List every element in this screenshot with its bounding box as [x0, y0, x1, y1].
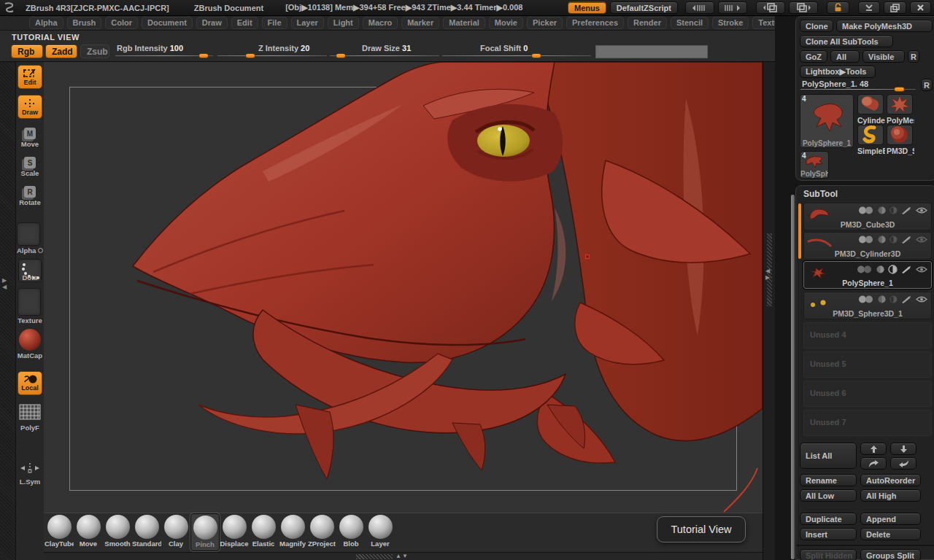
- contrast-icon[interactable]: [888, 265, 898, 274]
- alpha-selector[interactable]: Alpha: [17, 222, 43, 254]
- brush-elastic[interactable]: Elastic: [249, 513, 278, 551]
- quickpick-simplebrush[interactable]: [857, 125, 884, 145]
- menu-document[interactable]: Document: [142, 17, 193, 29]
- menu-layer[interactable]: Layer: [291, 17, 324, 29]
- stroke-selector[interactable]: Dots: [18, 259, 42, 282]
- tray-expand-arrows-icon[interactable]: ▶◀: [2, 277, 7, 290]
- subtool-slot-unused-5[interactable]: Unused 5: [803, 351, 932, 378]
- draw-size-slider[interactable]: Draw Size 31: [330, 44, 439, 58]
- all-high-button[interactable]: All High: [860, 489, 921, 502]
- paintbrush-icon[interactable]: [901, 236, 912, 244]
- quickpick-cylinder[interactable]: [857, 94, 884, 114]
- make-polymesh3d-button[interactable]: Make PolyMesh3D: [836, 20, 933, 32]
- all-low-button[interactable]: All Low: [800, 489, 857, 502]
- subtool-slot-unused-6[interactable]: Unused 6: [803, 381, 932, 407]
- bottom-scroll-strip[interactable]: ▲▼: [44, 552, 763, 560]
- sculpt-canvas[interactable]: [44, 62, 763, 513]
- menu-stroke[interactable]: Stroke: [712, 17, 749, 29]
- brush-layer[interactable]: Layer: [366, 513, 395, 551]
- matcap-selector[interactable]: MatCap: [18, 329, 42, 359]
- clone-button[interactable]: Clone: [800, 20, 833, 32]
- edit-button[interactable]: Edit: [18, 65, 42, 89]
- move-palette-right-icon[interactable]: [789, 1, 818, 14]
- recent-tool-thumbnail[interactable]: 4 PolySph: [800, 151, 829, 179]
- goz-visible-button[interactable]: Visible: [862, 50, 905, 63]
- brush-displace[interactable]: Displace: [220, 513, 249, 551]
- polypaint-icon[interactable]: [858, 295, 874, 303]
- tray-expand-arrows-icon[interactable]: ◀▶: [765, 268, 770, 281]
- brush-magnify[interactable]: Magnify: [278, 513, 307, 551]
- menu-brush[interactable]: Brush: [67, 17, 102, 29]
- shade-icon[interactable]: [878, 206, 886, 214]
- active-tool-slider[interactable]: PolySphere_1. 48: [800, 79, 916, 91]
- polypaint-icon[interactable]: [857, 265, 873, 273]
- clone-all-subtools-button[interactable]: Clone All SubTools: [800, 35, 893, 47]
- goz-all-button[interactable]: All: [830, 50, 860, 63]
- brush-move[interactable]: Move: [74, 513, 103, 551]
- menu-stencil[interactable]: Stencil: [671, 17, 709, 29]
- right-tray-divider[interactable]: ◀▶: [763, 62, 775, 560]
- contrast-icon[interactable]: [889, 295, 898, 303]
- focal-shift-handle[interactable]: [531, 53, 541, 58]
- menu-macro[interactable]: Macro: [363, 17, 398, 29]
- polypaint-icon[interactable]: [858, 236, 874, 244]
- paintbrush-icon[interactable]: [901, 206, 912, 214]
- default-zscript-button[interactable]: DefaultZScript: [610, 1, 678, 14]
- brush-claytube[interactable]: ClayTube: [45, 513, 74, 551]
- move-up-button[interactable]: [860, 443, 887, 455]
- rgb-button[interactable]: Rgb: [11, 44, 43, 58]
- menu-marker[interactable]: Marker: [401, 17, 439, 29]
- autoreorder-button[interactable]: AutoReorder: [860, 474, 921, 486]
- menu-movie[interactable]: Movie: [489, 17, 523, 29]
- brush-clay[interactable]: Clay: [161, 513, 190, 551]
- contrast-icon[interactable]: [889, 206, 898, 214]
- subtool-row-polysphere-1[interactable]: PolySphere_1: [803, 261, 932, 289]
- tool-palette-scrollbar[interactable]: [791, 195, 795, 559]
- groups-split-button[interactable]: Groups Split: [860, 549, 921, 560]
- quickpick-polymesh[interactable]: [887, 94, 913, 114]
- subtool-slot-unused-4[interactable]: Unused 4: [803, 322, 932, 349]
- menu-color[interactable]: Color: [105, 17, 138, 29]
- brush-smooth[interactable]: Smooth: [103, 513, 132, 551]
- contrast-icon[interactable]: [889, 236, 898, 244]
- zsub-button[interactable]: Zsub: [80, 44, 109, 58]
- focal-shift-slider[interactable]: Focal Shift 0: [442, 44, 591, 58]
- paintbrush-icon[interactable]: [901, 295, 912, 303]
- split-hidden-button[interactable]: Split Hidden: [800, 549, 857, 560]
- menu-file[interactable]: File: [262, 17, 287, 29]
- local-symmetry-button[interactable]: L.Sym: [19, 462, 41, 486]
- shade-icon[interactable]: [878, 236, 886, 244]
- eye-visibility-icon[interactable]: [916, 295, 927, 303]
- tool-r-button[interactable]: R: [921, 79, 933, 91]
- draw-button[interactable]: Draw: [18, 95, 42, 119]
- menu-edit[interactable]: Edit: [231, 17, 258, 29]
- left-tray-divider[interactable]: ▶◀: [0, 62, 16, 560]
- menu-alpha[interactable]: Alpha: [29, 17, 63, 29]
- material-swatch-placeholder[interactable]: [595, 45, 708, 58]
- brush-standard[interactable]: Standard: [132, 513, 161, 551]
- move-button[interactable]: M Move: [21, 128, 39, 148]
- shelf-shrink-left-icon[interactable]: [685, 1, 714, 14]
- menu-render[interactable]: Render: [628, 17, 667, 29]
- shelf-shrink-right-icon[interactable]: [718, 1, 747, 14]
- insert-button[interactable]: Insert: [800, 528, 857, 540]
- rename-button[interactable]: Rename: [800, 474, 857, 486]
- scroll-arrows-icon[interactable]: ▲▼: [395, 553, 409, 559]
- list-all-button[interactable]: List All: [800, 443, 857, 469]
- menu-draw[interactable]: Draw: [196, 17, 228, 29]
- delete-button[interactable]: Delete: [860, 528, 921, 540]
- active-tool-thumbnail[interactable]: 4 PolySphere_1: [800, 94, 854, 148]
- active-tool-slider-handle[interactable]: [894, 87, 905, 92]
- polyframe-button[interactable]: PolyF: [19, 404, 41, 432]
- menu-light[interactable]: Light: [328, 17, 359, 29]
- goz-button[interactable]: GoZ: [800, 50, 827, 63]
- move-down-button[interactable]: [890, 443, 916, 455]
- subtool-row-pm3d-sphere3d-1[interactable]: PM3D_Sphere3D_1: [803, 292, 932, 319]
- tutorial-view-button[interactable]: Tutorial View: [657, 516, 746, 542]
- append-button[interactable]: Append: [860, 513, 921, 525]
- menu-picker[interactable]: Picker: [527, 17, 563, 29]
- move-palette-left-icon[interactable]: [756, 1, 785, 14]
- duplicate-button[interactable]: Duplicate: [800, 513, 857, 525]
- scale-button[interactable]: S Scale: [21, 157, 39, 177]
- close-icon[interactable]: [910, 1, 931, 14]
